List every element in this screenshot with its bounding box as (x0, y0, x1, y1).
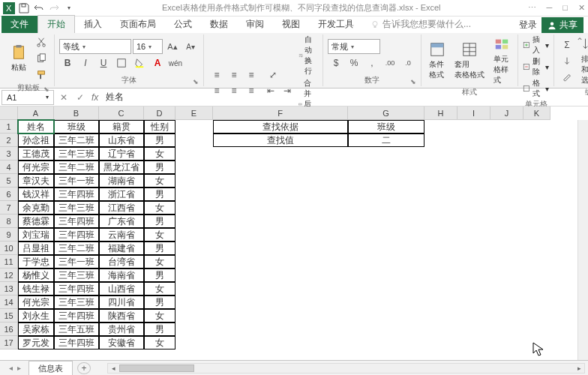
percent-button[interactable]: % (346, 56, 362, 70)
cell[interactable]: 黑龙江省 (99, 160, 144, 174)
font-name-combo[interactable]: 等线▾ (59, 39, 131, 54)
cell[interactable]: 三年三班 (54, 268, 99, 282)
decrease-font-button[interactable]: A▾ (182, 39, 199, 54)
cell[interactable]: 安徽省 (99, 336, 144, 350)
borders-button[interactable] (113, 56, 130, 70)
col-header[interactable]: F (213, 106, 348, 120)
row-header[interactable]: 6 (0, 188, 18, 201)
cell[interactable]: 孙念祖 (18, 134, 54, 147)
increase-indent-button[interactable]: ⇥ (279, 83, 296, 98)
ribbon-options-icon[interactable]: ⋯ (528, 3, 536, 13)
underline-button[interactable]: U (95, 56, 112, 70)
cell[interactable]: 籍贯 (99, 120, 144, 134)
cell[interactable]: 杨惟义 (18, 268, 54, 282)
cell[interactable]: 男 (144, 134, 176, 147)
comma-button[interactable]: , (364, 56, 380, 70)
fx-icon[interactable]: fx (88, 92, 101, 103)
cell[interactable]: 三年四班 (54, 282, 99, 296)
cell[interactable]: 女 (144, 336, 176, 350)
cell[interactable]: 男 (144, 268, 176, 282)
row-header[interactable]: 9 (0, 228, 18, 242)
cell[interactable]: 女 (144, 147, 176, 160)
conditional-format-button[interactable]: 条件格式 (426, 40, 448, 82)
clear-button[interactable] (559, 69, 575, 84)
cell[interactable]: 于学忠 (18, 255, 54, 268)
row-header[interactable]: 15 (0, 309, 18, 322)
align-right-button[interactable]: ≡ (243, 83, 260, 98)
tab-开发工具[interactable]: 开发工具 (309, 16, 363, 33)
login-button[interactable]: 登录 (519, 19, 537, 32)
save-icon[interactable] (18, 2, 30, 14)
cell[interactable]: 钱汉祥 (18, 188, 54, 201)
cell[interactable]: 女 (144, 282, 176, 296)
cell[interactable]: 性别 (144, 120, 176, 134)
cell[interactable]: 三年四班 (54, 336, 99, 350)
cell[interactable]: 江西省 (99, 201, 144, 214)
cell[interactable]: 女 (144, 228, 176, 242)
col-header[interactable]: H (424, 106, 458, 120)
cell[interactable]: 三年五班 (54, 322, 99, 336)
align-top-button[interactable]: ≡ (208, 68, 225, 82)
cell[interactable]: 钱生禄 (18, 282, 54, 296)
col-header[interactable]: K (524, 106, 550, 120)
tab-审阅[interactable]: 审阅 (237, 16, 273, 33)
row-header[interactable]: 14 (0, 296, 18, 309)
cell[interactable]: 海南省 (99, 268, 144, 282)
cell[interactable]: 吴家栋 (18, 322, 54, 336)
col-header[interactable]: A (18, 106, 54, 120)
number-format-combo[interactable]: 常规▾ (328, 39, 380, 54)
cell[interactable]: 男 (144, 188, 176, 201)
scrollbar-thumb[interactable] (119, 364, 194, 372)
cell[interactable]: 三年四班 (54, 309, 99, 322)
col-header[interactable]: J (490, 106, 524, 120)
cell[interactable]: 云南省 (99, 228, 144, 242)
col-header[interactable]: E (176, 106, 213, 120)
align-middle-button[interactable]: ≡ (226, 68, 242, 82)
row-header[interactable]: 4 (0, 160, 18, 174)
cell[interactable]: 余克勤 (18, 201, 54, 214)
decrease-indent-button[interactable]: ⇤ (262, 83, 279, 98)
insert-cells-button[interactable]: 插入 ▾ (523, 34, 549, 56)
row-header[interactable]: 16 (0, 322, 18, 336)
tab-数据[interactable]: 数据 (201, 16, 237, 33)
orientation-button[interactable]: ⤢ (262, 68, 284, 82)
cell[interactable]: 蔡德霖 (18, 214, 54, 228)
paste-button[interactable]: 粘贴 (8, 43, 30, 74)
italic-button[interactable]: I (77, 56, 94, 70)
cell[interactable]: 三年四班 (54, 214, 99, 228)
cell[interactable]: 广东省 (99, 214, 144, 228)
cancel-formula-button[interactable]: ✕ (56, 92, 72, 103)
autosum-button[interactable]: Σ (559, 38, 575, 52)
cell[interactable]: 男 (144, 160, 176, 174)
row-header[interactable]: 17 (0, 336, 18, 350)
cell[interactable]: 三年四班 (54, 188, 99, 201)
cell[interactable]: 三年四班 (54, 228, 99, 242)
format-painter-button[interactable] (33, 68, 50, 82)
tab-开始[interactable]: 开始 (38, 15, 75, 33)
col-header[interactable]: G (348, 106, 424, 120)
cell[interactable]: 王德茂 (18, 147, 54, 160)
cell[interactable]: 刘宝瑞 (18, 228, 54, 242)
row-header[interactable]: 10 (0, 242, 18, 255)
cell[interactable]: 三年一班 (54, 174, 99, 188)
wrap-text-button[interactable]: 自动换行 (298, 34, 318, 76)
cell[interactable]: 查找值 (213, 134, 348, 147)
vertical-scrollbar[interactable] (578, 120, 588, 360)
maximize-icon[interactable]: □ (562, 3, 568, 13)
scroll-left-icon[interactable]: ◂ (108, 364, 118, 373)
cell[interactable]: 班级 (348, 120, 424, 134)
cell[interactable]: 湖南省 (99, 174, 144, 188)
cell[interactable]: 三年三班 (54, 147, 99, 160)
tab-file[interactable]: 文件 (2, 16, 38, 33)
cell[interactable]: 三年二班 (54, 134, 99, 147)
cell[interactable]: 罗元发 (18, 336, 54, 350)
horizontal-scrollbar[interactable]: ◂ ▸ (107, 363, 585, 374)
dialog-launcher-icon[interactable]: ⬊ (193, 78, 199, 86)
cell[interactable]: 姓名 (18, 120, 54, 134)
scroll-right-icon[interactable]: ▸ (574, 364, 584, 373)
cell[interactable]: 三年一班 (54, 255, 99, 268)
cell[interactable]: 山西省 (99, 282, 144, 296)
formula-bar[interactable]: 姓名 (101, 91, 588, 104)
col-header[interactable]: D (144, 106, 176, 120)
copy-button[interactable] (33, 51, 50, 66)
